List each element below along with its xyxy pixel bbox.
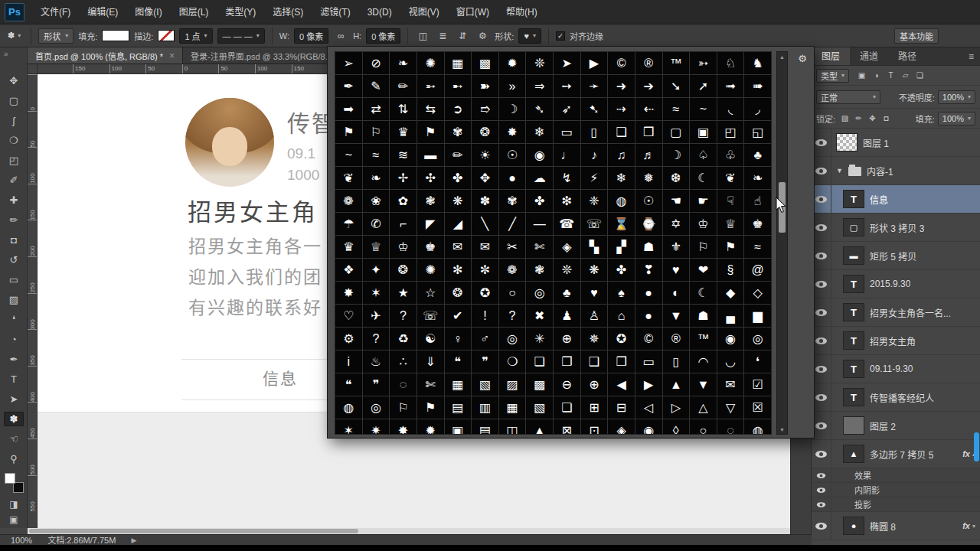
shape-swatch-r6c14[interactable]: ☾	[690, 167, 717, 189]
shape-swatch-r15c5[interactable]: ▦	[445, 373, 472, 396]
shape-swatch-r12c10[interactable]: ♙	[581, 305, 608, 327]
shape-swatch-r1c7[interactable]: ✹	[499, 52, 526, 74]
shape-swatch-r11c15[interactable]: ◆	[717, 282, 744, 304]
shape-swatch-r16c2[interactable]: ◎	[363, 396, 390, 419]
layer-row-2[interactable]: ▼内容-1	[812, 157, 980, 185]
filter-type-dropdown[interactable]: 类型 ▾	[816, 69, 849, 83]
panel-menu-icon[interactable]: ≡	[962, 47, 980, 65]
shape-swatch-r4c7[interactable]: ✸	[499, 121, 526, 143]
panel-tab-3[interactable]: 路径	[888, 47, 926, 65]
shape-swatch-r14c11[interactable]: ❒	[608, 350, 635, 373]
shape-swatch-r14c8[interactable]: ❏	[526, 350, 553, 373]
shape-swatch-r3c5[interactable]: ➲	[445, 98, 472, 120]
visibility-toggle[interactable]	[812, 512, 831, 540]
shape-swatch-r13c14[interactable]: ™	[690, 328, 717, 350]
shape-swatch-r17c16[interactable]: ◍	[744, 419, 771, 435]
shape-swatch-r11c8[interactable]: ◎	[526, 282, 553, 304]
pen-tool[interactable]: ✒	[4, 352, 24, 367]
shape-layer-thumbnail[interactable]: ▬	[843, 246, 864, 265]
shape-swatch-r5c7[interactable]: ☉	[499, 144, 526, 166]
shape-swatch-r7c5[interactable]: ❋	[445, 190, 472, 212]
shape-swatch-r9c2[interactable]: ♕	[363, 236, 390, 258]
shape-swatch-r5c16[interactable]: ♣	[744, 144, 771, 166]
shape-swatch-r6c15[interactable]: ❦	[717, 167, 744, 189]
shape-swatch-r13c4[interactable]: ☯	[417, 328, 444, 350]
shape-swatch-r10c15[interactable]: §	[717, 259, 744, 281]
width-input[interactable]: 0 像素	[294, 28, 328, 44]
layer-row-1[interactable]: 图层 1	[812, 129, 980, 157]
shape-swatch-r6c13[interactable]: ❆	[663, 167, 690, 189]
text-layer-thumbnail[interactable]: T	[843, 190, 864, 208]
shape-swatch-r16c9[interactable]: ❏	[554, 396, 580, 419]
shape-swatch-r16c3[interactable]: ⚐	[390, 396, 416, 419]
shape-swatch-r7c2[interactable]: ❀	[363, 190, 390, 212]
shape-swatch-r4c15[interactable]: ◰	[717, 121, 744, 143]
shape-swatch-r15c11[interactable]: ◀	[608, 373, 635, 396]
shape-swatch-r15c4[interactable]: ✄	[417, 373, 444, 396]
layer-row-13[interactable]: 效果	[812, 468, 980, 483]
shape-swatch-r15c1[interactable]: ❝	[335, 373, 362, 396]
panel-tab-1[interactable]: 图层	[812, 47, 850, 65]
shape-swatch-r1c9[interactable]: ➤	[554, 52, 580, 74]
shape-swatch-r15c3[interactable]: ◌	[390, 373, 416, 396]
shape-swatch-r7c15[interactable]: ☟	[717, 190, 744, 212]
lasso-tool[interactable]: ʃ	[4, 113, 24, 128]
visibility-toggle[interactable]	[812, 483, 831, 497]
shape-swatch-r16c8[interactable]: ▧	[526, 396, 553, 419]
text-layer-thumbnail[interactable]: T	[843, 360, 864, 378]
shape-swatch-r6c6[interactable]: ✥	[472, 167, 498, 189]
layer-row-14[interactable]: 内阴影	[812, 483, 980, 497]
layer-row-12[interactable]: ▲多边形 7 拷贝 5fx▴	[812, 440, 980, 468]
shape-swatch-r2c2[interactable]: ✎	[363, 75, 390, 97]
shape-swatch-r1c1[interactable]: ➢	[335, 52, 362, 74]
shape-swatch-r4c13[interactable]: ▢	[663, 121, 690, 143]
shape-swatch-r8c14[interactable]: ♔	[690, 213, 717, 235]
shape-swatch-r10c14[interactable]: ❤	[690, 259, 717, 281]
shape-swatch-r12c8[interactable]: ✖	[526, 305, 553, 327]
clone-stamp-tool[interactable]: ◘	[4, 233, 24, 247]
shape-swatch-r15c8[interactable]: ▩	[526, 373, 553, 396]
shape-swatch-r1c13[interactable]: ™	[663, 52, 690, 74]
shape-swatch-r9c16[interactable]: ≈	[744, 236, 771, 258]
layer-row-7[interactable]: T招男女主角各一名...	[812, 298, 980, 327]
shape-swatch-r15c15[interactable]: ✉	[717, 373, 744, 396]
height-input[interactable]: 0 像素	[366, 28, 400, 44]
shape-swatch-r14c10[interactable]: ❑	[581, 350, 608, 373]
shape-swatch-r17c6[interactable]: ▤	[472, 419, 498, 435]
shape-swatch-r12c7[interactable]: ?	[499, 305, 526, 327]
shape-swatch-r7c4[interactable]: ❃	[417, 190, 444, 212]
shape-swatch-r16c13[interactable]: ▷	[663, 396, 690, 419]
shape-swatch-r17c12[interactable]: ◉	[635, 419, 662, 435]
status-expand-icon[interactable]: ▶	[131, 535, 136, 546]
menu-item-1[interactable]: 文件(F)	[32, 0, 79, 24]
move-tool[interactable]: ✥	[4, 73, 24, 88]
shape-swatch-r12c5[interactable]: ✔	[445, 305, 472, 327]
shape-swatch-r10c10[interactable]: ❋	[581, 259, 608, 281]
shape-swatch-r2c15[interactable]: ➟	[717, 75, 744, 97]
tool-mode-dropdown[interactable]: 形状 ▾	[38, 28, 74, 44]
shape-swatch-r2c6[interactable]: ➽	[472, 75, 498, 97]
shape-swatch-r3c3[interactable]: ⇅	[390, 98, 416, 120]
scroll-down-icon[interactable]: ▼	[777, 425, 787, 434]
stroke-swatch[interactable]	[158, 30, 175, 41]
shape-swatch-r14c3[interactable]: ∴	[390, 350, 416, 373]
shape-swatch-r9c10[interactable]: ▚	[581, 236, 608, 258]
shape-swatch-r15c2[interactable]: ❞	[363, 373, 390, 396]
shape-swatch-r5c12[interactable]: ♬	[635, 144, 662, 166]
shape-swatch-r4c5[interactable]: ✾	[445, 121, 472, 143]
shape-swatch-r8c8[interactable]: —	[526, 213, 553, 235]
shape-swatch-r14c2[interactable]: ♨	[363, 350, 390, 373]
shape-swatch-r4c16[interactable]: ◱	[744, 121, 771, 143]
shape-swatch-r9c15[interactable]: ⚑	[717, 236, 744, 258]
shape-swatch-r4c9[interactable]: ▭	[554, 121, 580, 143]
shape-swatch-r4c10[interactable]: ▯	[581, 121, 608, 143]
layer-filter-icon-1[interactable]: ▣	[855, 70, 868, 82]
fx-badge[interactable]: fx	[962, 449, 970, 458]
shape-swatch-r10c9[interactable]: ❊	[554, 259, 580, 281]
dodge-tool[interactable]: ◔	[4, 332, 24, 347]
shape-swatch-r11c7[interactable]: ○	[499, 282, 526, 304]
hand-tool[interactable]: ☜	[4, 432, 24, 446]
shape-swatch-r14c9[interactable]: ❐	[554, 350, 580, 373]
shape-swatch-r1c16[interactable]: ♞	[744, 52, 771, 74]
shape-swatch-r1c11[interactable]: ©	[608, 52, 635, 74]
